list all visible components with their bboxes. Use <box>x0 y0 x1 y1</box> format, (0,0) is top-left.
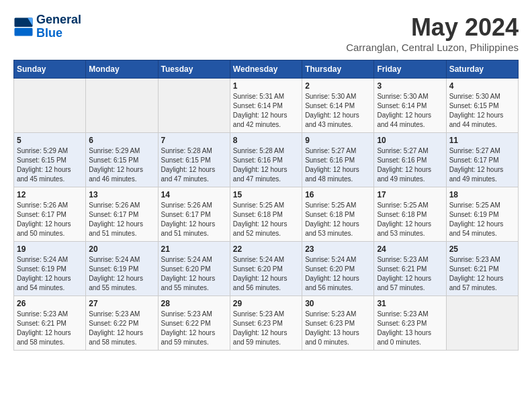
calendar-cell: 20Sunrise: 5:24 AM Sunset: 6:19 PM Dayli… <box>86 242 158 296</box>
day-info: Sunrise: 5:31 AM Sunset: 6:14 PM Dayligh… <box>233 92 299 130</box>
title-block: May 2024 Carranglan, Central Luzon, Phil… <box>346 13 519 53</box>
calendar-week-row: 5Sunrise: 5:29 AM Sunset: 6:15 PM Daylig… <box>14 133 519 187</box>
calendar-cell <box>446 296 518 351</box>
day-number: 18 <box>449 190 515 199</box>
day-number: 28 <box>161 299 227 308</box>
calendar-cell: 5Sunrise: 5:29 AM Sunset: 6:15 PM Daylig… <box>14 133 86 187</box>
day-number: 23 <box>305 244 371 254</box>
day-number: 10 <box>377 136 443 145</box>
day-info: Sunrise: 5:23 AM Sunset: 6:23 PM Dayligh… <box>233 310 299 347</box>
calendar-week-row: 19Sunrise: 5:24 AM Sunset: 6:19 PM Dayli… <box>14 242 519 296</box>
day-info: Sunrise: 5:26 AM Sunset: 6:17 PM Dayligh… <box>17 201 83 238</box>
day-number: 12 <box>17 190 83 199</box>
calendar-cell: 17Sunrise: 5:25 AM Sunset: 6:18 PM Dayli… <box>374 187 446 242</box>
day-info: Sunrise: 5:25 AM Sunset: 6:19 PM Dayligh… <box>449 201 515 238</box>
logo-line1: General <box>36 13 81 27</box>
day-info: Sunrise: 5:24 AM Sunset: 6:19 PM Dayligh… <box>17 255 83 293</box>
day-info: Sunrise: 5:27 AM Sunset: 6:17 PM Dayligh… <box>449 146 515 184</box>
calendar-week-row: 12Sunrise: 5:26 AM Sunset: 6:17 PM Dayli… <box>14 187 519 242</box>
day-info: Sunrise: 5:26 AM Sunset: 6:17 PM Dayligh… <box>161 201 227 238</box>
day-number: 27 <box>89 299 154 308</box>
day-number: 11 <box>449 136 515 145</box>
calendar-cell: 2Sunrise: 5:30 AM Sunset: 6:14 PM Daylig… <box>302 79 374 133</box>
calendar-cell: 16Sunrise: 5:25 AM Sunset: 6:18 PM Dayli… <box>302 187 374 242</box>
day-number: 31 <box>377 299 443 308</box>
day-info: Sunrise: 5:27 AM Sunset: 6:16 PM Dayligh… <box>377 146 443 184</box>
day-info: Sunrise: 5:24 AM Sunset: 6:20 PM Dayligh… <box>233 255 299 293</box>
day-number: 13 <box>89 190 154 199</box>
calendar-cell <box>14 79 86 133</box>
calendar-cell: 9Sunrise: 5:27 AM Sunset: 6:16 PM Daylig… <box>302 133 374 187</box>
calendar-cell: 27Sunrise: 5:23 AM Sunset: 6:22 PM Dayli… <box>86 296 158 351</box>
calendar-cell: 8Sunrise: 5:28 AM Sunset: 6:16 PM Daylig… <box>230 133 302 187</box>
day-number: 14 <box>161 190 227 199</box>
calendar-week-row: 1Sunrise: 5:31 AM Sunset: 6:14 PM Daylig… <box>14 79 519 133</box>
day-number: 15 <box>233 190 299 199</box>
day-info: Sunrise: 5:24 AM Sunset: 6:20 PM Dayligh… <box>161 255 227 293</box>
calendar-cell: 6Sunrise: 5:29 AM Sunset: 6:15 PM Daylig… <box>86 133 158 187</box>
day-info: Sunrise: 5:23 AM Sunset: 6:23 PM Dayligh… <box>377 310 443 347</box>
day-number: 21 <box>161 244 227 254</box>
day-info: Sunrise: 5:30 AM Sunset: 6:14 PM Dayligh… <box>305 92 371 130</box>
day-number: 7 <box>161 136 227 145</box>
day-number: 9 <box>305 136 371 145</box>
logo-text: General Blue <box>36 13 81 40</box>
calendar-week-row: 26Sunrise: 5:23 AM Sunset: 6:21 PM Dayli… <box>14 296 519 351</box>
day-info: Sunrise: 5:27 AM Sunset: 6:16 PM Dayligh… <box>305 146 371 184</box>
calendar-cell: 12Sunrise: 5:26 AM Sunset: 6:17 PM Dayli… <box>14 187 86 242</box>
calendar-cell: 18Sunrise: 5:25 AM Sunset: 6:19 PM Dayli… <box>446 187 518 242</box>
day-info: Sunrise: 5:25 AM Sunset: 6:18 PM Dayligh… <box>305 201 371 238</box>
day-info: Sunrise: 5:23 AM Sunset: 6:21 PM Dayligh… <box>449 255 515 293</box>
day-number: 24 <box>377 244 443 254</box>
calendar-cell: 23Sunrise: 5:24 AM Sunset: 6:20 PM Dayli… <box>302 242 374 296</box>
general-blue-logo-icon <box>13 17 34 37</box>
calendar-cell <box>158 79 230 133</box>
day-info: Sunrise: 5:26 AM Sunset: 6:17 PM Dayligh… <box>89 201 154 238</box>
day-number: 26 <box>17 299 83 308</box>
location: Carranglan, Central Luzon, Philippines <box>346 42 519 53</box>
day-info: Sunrise: 5:23 AM Sunset: 6:21 PM Dayligh… <box>17 310 83 347</box>
svg-rect-2 <box>15 28 33 36</box>
day-info: Sunrise: 5:24 AM Sunset: 6:20 PM Dayligh… <box>305 255 371 293</box>
day-info: Sunrise: 5:28 AM Sunset: 6:16 PM Dayligh… <box>233 146 299 184</box>
calendar-cell: 25Sunrise: 5:23 AM Sunset: 6:21 PM Dayli… <box>446 242 518 296</box>
day-info: Sunrise: 5:29 AM Sunset: 6:15 PM Dayligh… <box>89 146 154 184</box>
day-number: 5 <box>17 136 83 145</box>
day-number: 4 <box>449 81 515 91</box>
calendar-cell: 24Sunrise: 5:23 AM Sunset: 6:21 PM Dayli… <box>374 242 446 296</box>
calendar-cell: 26Sunrise: 5:23 AM Sunset: 6:21 PM Dayli… <box>14 296 86 351</box>
day-info: Sunrise: 5:23 AM Sunset: 6:22 PM Dayligh… <box>161 310 227 347</box>
day-number: 30 <box>305 299 371 308</box>
day-number: 17 <box>377 190 443 199</box>
day-number: 19 <box>17 244 83 254</box>
calendar-cell: 13Sunrise: 5:26 AM Sunset: 6:17 PM Dayli… <box>86 187 158 242</box>
day-number: 16 <box>305 190 371 199</box>
day-number: 25 <box>449 244 515 254</box>
day-info: Sunrise: 5:28 AM Sunset: 6:15 PM Dayligh… <box>161 146 227 184</box>
weekday-header-thursday: Thursday <box>302 60 374 79</box>
calendar-cell <box>86 79 158 133</box>
calendar-cell: 3Sunrise: 5:30 AM Sunset: 6:14 PM Daylig… <box>374 79 446 133</box>
calendar-cell: 15Sunrise: 5:25 AM Sunset: 6:18 PM Dayli… <box>230 187 302 242</box>
day-info: Sunrise: 5:30 AM Sunset: 6:15 PM Dayligh… <box>449 92 515 130</box>
weekday-header-saturday: Saturday <box>446 60 518 79</box>
calendar-cell: 22Sunrise: 5:24 AM Sunset: 6:20 PM Dayli… <box>230 242 302 296</box>
calendar-cell: 4Sunrise: 5:30 AM Sunset: 6:15 PM Daylig… <box>446 79 518 133</box>
calendar-cell: 11Sunrise: 5:27 AM Sunset: 6:17 PM Dayli… <box>446 133 518 187</box>
day-info: Sunrise: 5:23 AM Sunset: 6:23 PM Dayligh… <box>305 310 371 347</box>
calendar-cell: 28Sunrise: 5:23 AM Sunset: 6:22 PM Dayli… <box>158 296 230 351</box>
day-number: 2 <box>305 81 371 91</box>
day-number: 29 <box>233 299 299 308</box>
weekday-header-sunday: Sunday <box>14 60 86 79</box>
day-info: Sunrise: 5:24 AM Sunset: 6:19 PM Dayligh… <box>89 255 154 293</box>
day-info: Sunrise: 5:25 AM Sunset: 6:18 PM Dayligh… <box>377 201 443 238</box>
day-info: Sunrise: 5:25 AM Sunset: 6:18 PM Dayligh… <box>233 201 299 238</box>
day-number: 3 <box>377 81 443 91</box>
day-info: Sunrise: 5:23 AM Sunset: 6:21 PM Dayligh… <box>377 255 443 293</box>
calendar-cell: 10Sunrise: 5:27 AM Sunset: 6:16 PM Dayli… <box>374 133 446 187</box>
day-info: Sunrise: 5:29 AM Sunset: 6:15 PM Dayligh… <box>17 146 83 184</box>
logo-line2: Blue <box>36 27 81 40</box>
calendar-body: 1Sunrise: 5:31 AM Sunset: 6:14 PM Daylig… <box>14 79 519 351</box>
day-number: 22 <box>233 244 299 254</box>
weekday-header-row: SundayMondayTuesdayWednesdayThursdayFrid… <box>14 60 519 79</box>
